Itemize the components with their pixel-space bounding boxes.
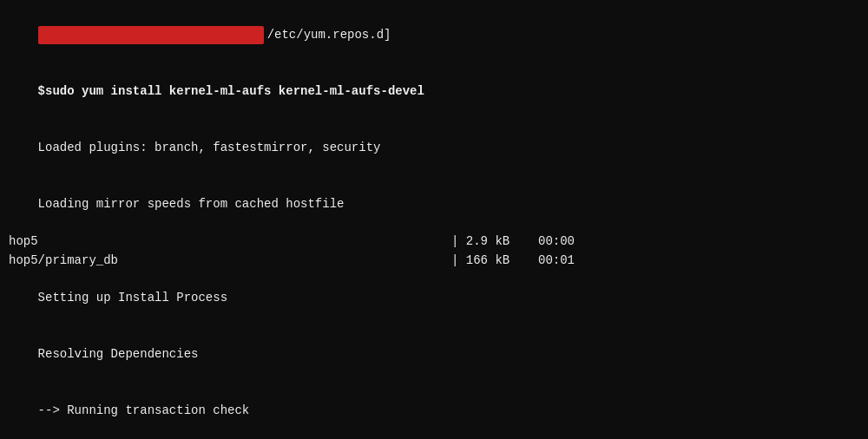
command-text: $sudo yum install kernel-ml-aufs kernel-… bbox=[38, 84, 424, 98]
loading-mirror-text: Loading mirror speeds from cached hostfi… bbox=[38, 197, 345, 211]
running-check-text: --> Running transaction check bbox=[38, 403, 250, 417]
setting-up-line: Setting up Install Process bbox=[9, 271, 859, 327]
hop5-primary-stats-row: hop5/primary_db | 166 kB 00:01 bbox=[9, 252, 859, 271]
highlight-bar bbox=[38, 26, 264, 45]
hop5-primary-size: | 166 kB bbox=[451, 252, 538, 271]
loaded-plugins-text: Loaded plugins: branch, fastestmirror, s… bbox=[38, 141, 381, 154]
resolving-text: Resolving Dependencies bbox=[38, 347, 199, 361]
hop5-stats-row: hop5 | 2.9 kB 00:00 bbox=[9, 233, 859, 252]
hop5-primary-label: hop5/primary_db bbox=[9, 252, 451, 271]
resolving-line: Resolving Dependencies bbox=[9, 327, 859, 383]
running-check-line: --> Running transaction check bbox=[9, 383, 859, 439]
loading-mirror-line: Loading mirror speeds from cached hostfi… bbox=[9, 176, 859, 233]
hop5-primary-time: 00:01 bbox=[538, 252, 590, 271]
command-line: $sudo yum install kernel-ml-aufs kernel-… bbox=[9, 63, 859, 120]
repo-path: /etc/yum.repos.d] bbox=[267, 28, 391, 42]
loaded-plugins-line: Loaded plugins: branch, fastestmirror, s… bbox=[9, 120, 859, 176]
hop5-label: hop5 bbox=[9, 233, 451, 252]
terminal-window: /etc/yum.repos.d] $sudo yum install kern… bbox=[0, 0, 868, 439]
hop5-size: | 2.9 kB bbox=[451, 233, 538, 252]
repo-line: /etc/yum.repos.d] bbox=[9, 7, 859, 63]
setting-up-text: Setting up Install Process bbox=[38, 291, 227, 305]
hop5-time: 00:00 bbox=[538, 233, 590, 252]
